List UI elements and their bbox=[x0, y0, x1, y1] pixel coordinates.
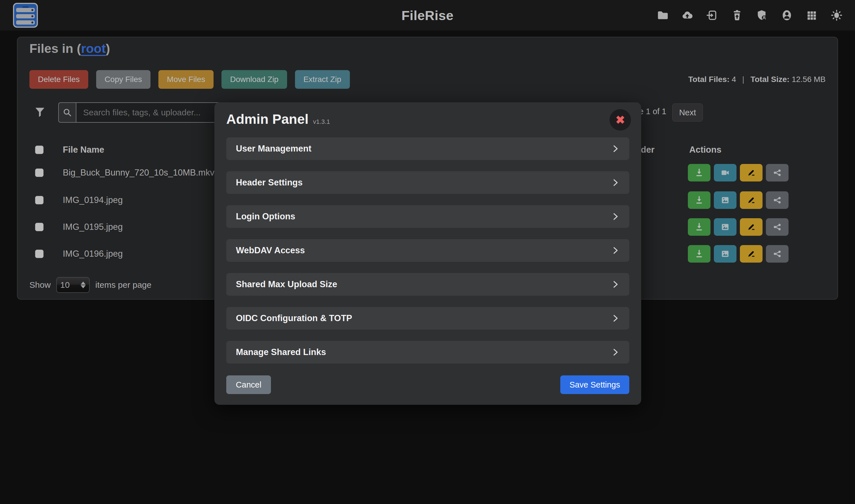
filerise-app: FileRise bbox=[0, 0, 855, 504]
section-label: WebDAV Access bbox=[236, 245, 305, 255]
section-shared-max-upload-size[interactable]: Shared Max Upload Size bbox=[226, 273, 629, 296]
section-label: Login Options bbox=[236, 212, 295, 222]
chevron-right-icon bbox=[611, 246, 620, 255]
chevron-right-icon bbox=[611, 348, 620, 357]
section-user-management[interactable]: User Management bbox=[226, 138, 629, 160]
chevron-right-icon bbox=[611, 280, 620, 289]
section-login-options[interactable]: Login Options bbox=[226, 205, 629, 228]
section-label: OIDC Configuration & TOTP bbox=[236, 313, 352, 323]
cancel-button[interactable]: Cancel bbox=[226, 375, 271, 394]
modal-version: v1.3.1 bbox=[313, 118, 330, 126]
chevron-right-icon bbox=[611, 314, 620, 323]
section-oidc-totp[interactable]: OIDC Configuration & TOTP bbox=[226, 307, 629, 329]
modal-footer: Cancel Save Settings bbox=[226, 375, 629, 394]
section-label: User Management bbox=[236, 144, 311, 154]
section-webdav-access[interactable]: WebDAV Access bbox=[226, 239, 629, 262]
modal-title: Admin Panel bbox=[226, 111, 309, 127]
chevron-right-icon bbox=[611, 178, 620, 187]
section-label: Shared Max Upload Size bbox=[236, 279, 337, 289]
chevron-right-icon bbox=[611, 212, 620, 221]
section-label: Manage Shared Links bbox=[236, 347, 326, 357]
close-icon[interactable]: ✖ bbox=[610, 109, 631, 131]
section-manage-shared-links[interactable]: Manage Shared Links bbox=[226, 341, 629, 363]
admin-panel-modal: Admin Panel v1.3.1 ✖ User Management Hea… bbox=[214, 102, 641, 405]
save-settings-button[interactable]: Save Settings bbox=[560, 375, 629, 394]
section-header-settings[interactable]: Header Settings bbox=[226, 171, 629, 194]
chevron-right-icon bbox=[611, 144, 620, 153]
section-label: Header Settings bbox=[236, 178, 303, 188]
modal-header: Admin Panel v1.3.1 bbox=[226, 102, 629, 126]
